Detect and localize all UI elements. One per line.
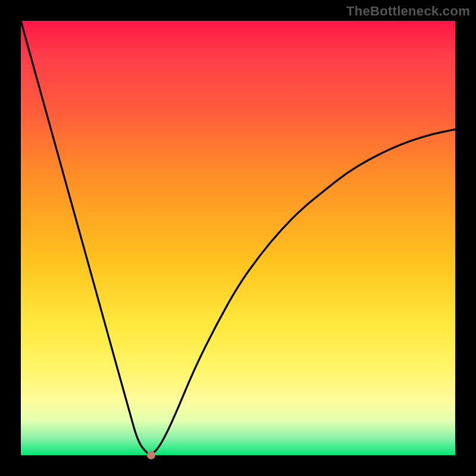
plot-area: [21, 21, 455, 455]
minimum-marker: [147, 451, 155, 459]
chart-frame: TheBottleneck.com: [0, 0, 476, 476]
watermark-text: TheBottleneck.com: [346, 4, 470, 19]
bottleneck-curve: [21, 21, 455, 455]
